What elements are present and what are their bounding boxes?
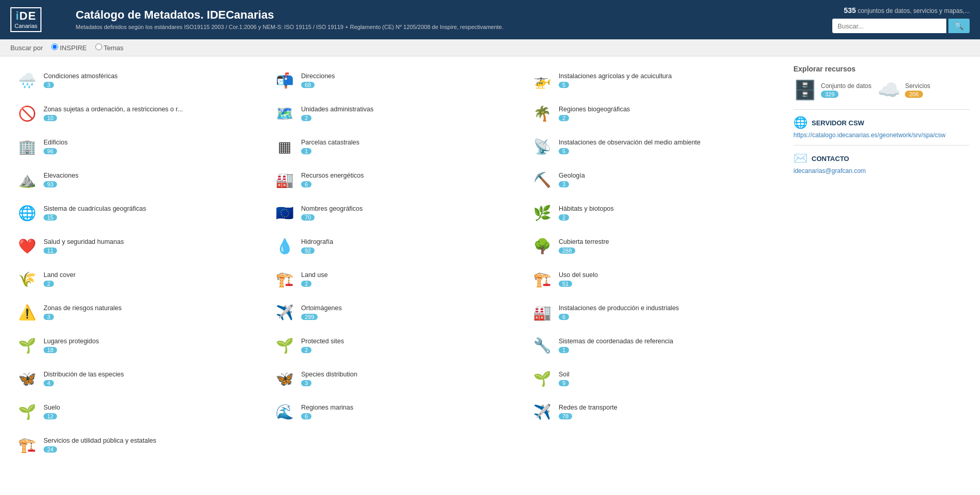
category-item[interactable]: 📬 Direcciones 68 — [268, 65, 525, 96]
category-item[interactable]: 🌐 Sistema de cuadrículas geográficas 15 — [10, 197, 268, 228]
category-name: Instalaciones agrícolas y de acuicultura — [559, 72, 778, 80]
category-icon: 🌴 — [531, 102, 553, 125]
category-icon: 🗺️ — [273, 102, 296, 125]
category-name: Distribución de las especies — [44, 370, 263, 378]
category-icon: 🇪🇺 — [273, 201, 296, 224]
category-name: Protected sites — [301, 337, 520, 345]
servicios-count: 206 — [905, 91, 922, 98]
contact-email[interactable]: idecanarias@grafcan.com — [793, 167, 970, 174]
category-item[interactable]: 🌱 Lugares protegidos 18 — [10, 330, 268, 361]
temas-radio[interactable] — [95, 43, 102, 50]
category-name: Salud y seguridad humanas — [44, 238, 263, 246]
logo-canarias: Canarias — [15, 23, 37, 29]
category-item[interactable]: ⚠️ Zonas de riesgos naturales 3 — [10, 297, 268, 328]
header-right: 535 conjuntos de datos, servicios y mapa… — [832, 6, 970, 33]
category-icon: ❤️ — [16, 235, 38, 257]
category-icon: 🏭 — [273, 168, 296, 191]
logo-box: iDE Canarias — [10, 7, 41, 32]
temas-radio-label[interactable]: Temas — [95, 43, 124, 52]
category-name: Regiones biogeográficas — [559, 105, 778, 113]
category-name: Geología — [559, 171, 778, 180]
category-item[interactable]: ⛰️ Elevaciones 93 — [10, 164, 268, 195]
category-item[interactable]: 🌿 Hábitats y biotopos 2 — [525, 197, 783, 228]
category-count: 18 — [44, 347, 57, 353]
category-count: 6 — [559, 314, 569, 320]
category-item[interactable]: 🦋 Species distribution 3 — [268, 363, 525, 394]
servicios-card[interactable]: ☁️ Servicios 206 — [877, 79, 930, 101]
category-item[interactable]: 🌴 Regiones biogeográficas 2 — [525, 98, 783, 129]
search-input[interactable] — [832, 19, 946, 33]
category-name: Nombres geográficos — [301, 205, 520, 213]
category-count: 2 — [301, 281, 311, 287]
category-name: Species distribution — [301, 370, 520, 378]
category-icon: 🔧 — [531, 334, 553, 357]
category-item[interactable]: 🌱 Protected sites 2 — [268, 330, 525, 361]
category-item[interactable]: 🚫 Zonas sujetas a ordenación, a restricc… — [10, 98, 268, 129]
category-item[interactable]: 🌧️ Condiciones atmosféricas 3 — [10, 65, 268, 96]
category-icon: 🌐 — [16, 201, 38, 224]
category-count: 96 — [44, 148, 57, 154]
category-count: 2 — [301, 347, 311, 353]
category-item[interactable]: ✈️ Redes de transporte 78 — [525, 396, 783, 427]
header-title-block: Catálogo de Metadatos. IDECanarias Metad… — [67, 8, 832, 31]
category-name: Sistema de cuadrículas geográficas — [44, 205, 263, 213]
category-count: 1 — [301, 148, 311, 154]
category-icon: 🚁 — [531, 69, 553, 92]
category-item[interactable]: 🔧 Sistemas de coordenadas de referencia … — [525, 330, 783, 361]
category-count: 288 — [559, 248, 575, 254]
sidebar: Explorar recursos 🗄️ Conjunto de datos 3… — [793, 65, 970, 460]
category-item[interactable]: ▦ Parcelas catastrales 1 — [268, 131, 525, 162]
category-icon: 🌱 — [531, 367, 553, 390]
category-name: Zonas sujetas a ordenación, a restriccio… — [44, 105, 263, 113]
category-icon: ✈️ — [273, 301, 296, 324]
category-item[interactable]: 🚁 Instalaciones agrícolas y de acuicultu… — [525, 65, 783, 96]
category-icon: 🦋 — [16, 367, 38, 390]
category-count: 9 — [559, 380, 569, 386]
category-icon: 🌊 — [273, 400, 296, 423]
category-count: 3 — [44, 314, 54, 320]
category-item[interactable]: 🏢 Edificios 96 — [10, 131, 268, 162]
category-count: 11 — [44, 248, 57, 254]
category-item[interactable]: 🌳 Cubierta terrestre 288 — [525, 230, 783, 261]
category-item[interactable]: 🌱 Soil 9 — [525, 363, 783, 394]
header-title: Catálogo de Metadatos. IDECanarias — [76, 8, 832, 22]
category-item[interactable]: 🏗️ Servicios de utilidad pública y estat… — [10, 429, 268, 460]
category-icon: 🚫 — [16, 102, 38, 125]
category-item[interactable]: 🏭 Recursos energéticos 6 — [268, 164, 525, 195]
category-icon: 🌱 — [16, 334, 38, 357]
category-count: 15 — [44, 214, 57, 221]
sidebar-title: Explorar recursos — [793, 65, 970, 73]
category-icon: 🏢 — [16, 135, 38, 158]
category-item[interactable]: 🇪🇺 Nombres geográficos 70 — [268, 197, 525, 228]
category-icon: ▦ — [273, 135, 296, 158]
category-item[interactable]: 🏗️ Land use 2 — [268, 264, 525, 295]
category-icon: ⚠️ — [16, 301, 38, 324]
category-name: Land cover — [44, 271, 263, 279]
category-item[interactable]: 🗺️ Unidades administrativas 2 — [268, 98, 525, 129]
database-icon: 🗄️ — [793, 79, 817, 101]
category-count: 2 — [559, 115, 569, 121]
category-item[interactable]: 🦋 Distribución de las especies 4 — [10, 363, 268, 394]
categories-grid: 🌧️ Condiciones atmosféricas 3 📬 Direccio… — [10, 65, 783, 460]
logo-block: iDE Canarias — [10, 7, 67, 32]
inspire-radio[interactable] — [51, 43, 58, 50]
category-item[interactable]: ⛏️ Geología 3 — [525, 164, 783, 195]
conjunto-datos-card[interactable]: 🗄️ Conjunto de datos 329 — [793, 79, 871, 101]
category-item[interactable]: 🏗️ Uso del suelo 51 — [525, 264, 783, 295]
category-item[interactable]: 🌾 Land cover 2 — [10, 264, 268, 295]
search-bar: 🔍 — [832, 19, 970, 33]
category-item[interactable]: 💧 Hidrografía 92 — [268, 230, 525, 261]
category-item[interactable]: ❤️ Salud y seguridad humanas 11 — [10, 230, 268, 261]
category-item[interactable]: 🌊 Regiones marinas 6 — [268, 396, 525, 427]
csw-url[interactable]: https://catalogo.idecanarias.es/geonetwo… — [793, 132, 970, 139]
count-text: conjuntos de datos, servicios y mapas,..… — [858, 7, 970, 14]
search-button[interactable]: 🔍 — [948, 19, 970, 33]
category-item[interactable]: ✈️ Ortoimágenes 299 — [268, 297, 525, 328]
category-icon: 🌳 — [531, 235, 553, 257]
category-count: 10 — [44, 115, 57, 121]
category-item[interactable]: 🏭 Instalaciones de producción e industri… — [525, 297, 783, 328]
category-item[interactable]: 🌱 Suelo 12 — [10, 396, 268, 427]
inspire-radio-label[interactable]: INSPIRE — [51, 43, 87, 52]
category-item[interactable]: 📡 Instalaciones de observación del medio… — [525, 131, 783, 162]
header-count: 535 conjuntos de datos, servicios y mapa… — [832, 6, 970, 14]
